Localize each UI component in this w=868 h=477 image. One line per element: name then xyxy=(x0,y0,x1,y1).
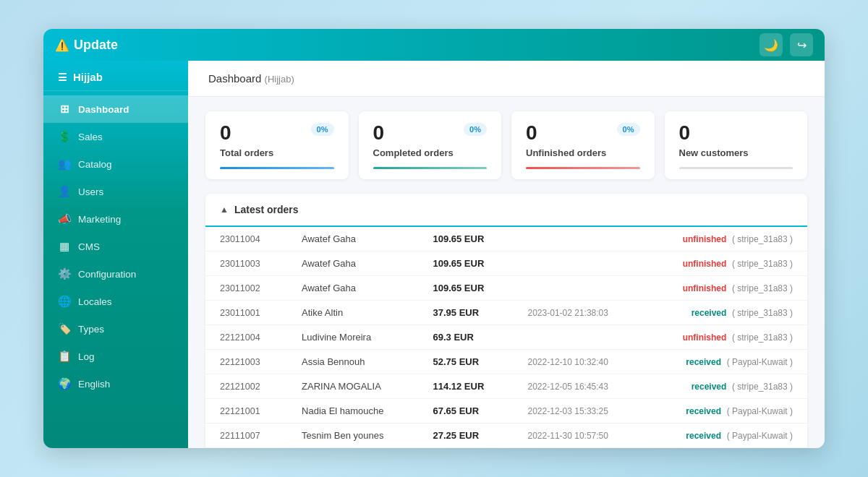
stat-card-unfinished-orders: 0 0% Unfinished orders xyxy=(511,111,655,179)
sidebar: ☰ Hijjab ⊞ Dashboard 💲 Sales 👥 Catalog 👤 xyxy=(43,61,188,448)
order-id: 22121004 xyxy=(205,325,287,350)
order-datetime: 2022-12-05 16:45:43 xyxy=(514,374,643,399)
stat-label-completed-orders: Completed orders xyxy=(373,147,488,158)
stat-card-total-orders: 0 0% Total orders xyxy=(205,111,349,179)
stat-value-unfinished-orders: 0 xyxy=(526,123,537,143)
dark-mode-button[interactable]: 🌙 xyxy=(760,33,783,56)
log-icon: 📋 xyxy=(58,350,71,363)
sidebar-item-marketing[interactable]: 📣 Marketing xyxy=(43,205,188,233)
order-id: 23011002 xyxy=(205,276,287,301)
app-window: ⚠️ Update 🌙 ↪ ☰ Hijjab ⊞ Dashboard 💲 Sa xyxy=(43,29,825,448)
sidebar-item-log[interactable]: 📋 Log xyxy=(43,343,188,370)
table-row[interactable]: 22121004 Ludivine Moreira 69.3 EUR unfin… xyxy=(205,325,807,350)
sidebar-item-users[interactable]: 👤 Users xyxy=(43,178,188,205)
sidebar-item-types[interactable]: 🏷️ Types xyxy=(43,315,188,343)
order-amount: 109.65 EUR xyxy=(418,227,513,252)
customer-name: Assia Bennouh xyxy=(287,350,418,374)
order-status-cell: received ( stripe_31a83 ) xyxy=(643,374,807,399)
status-badge: unfinished xyxy=(683,234,727,244)
order-amount: 52.75 EUR xyxy=(418,350,513,374)
payment-badge: ( stripe_31a83 ) xyxy=(732,283,793,293)
order-status-cell: received ( Paypal-Kuwait ) xyxy=(643,399,807,424)
latest-orders-section: ▲ Latest orders 23011004 Awatef Gaha 109… xyxy=(205,194,807,448)
titlebar: ⚠️ Update 🌙 ↪ xyxy=(43,29,825,61)
order-datetime: 2022-12-03 15:33:25 xyxy=(514,399,643,424)
sidebar-item-cms[interactable]: ▦ CMS xyxy=(43,233,188,260)
sidebar-item-label: Marketing xyxy=(78,214,121,225)
table-row[interactable]: 22111007 Tesnim Ben younes 27.25 EUR 202… xyxy=(205,424,807,448)
customer-name: Tesnim Ben younes xyxy=(287,424,418,448)
titlebar-actions: 🌙 ↪ xyxy=(760,33,813,56)
payment-badge: ( stripe_31a83 ) xyxy=(732,332,793,343)
table-row[interactable]: 23011002 Awatef Gaha 109.65 EUR unfinish… xyxy=(205,276,807,301)
table-row[interactable]: 22121001 Nadia El hamouche 67.65 EUR 202… xyxy=(205,399,807,424)
payment-badge: ( stripe_31a83 ) xyxy=(732,308,793,318)
orders-table: 23011004 Awatef Gaha 109.65 EUR unfinish… xyxy=(205,227,807,448)
payment-badge: ( Paypal-Kuwait ) xyxy=(727,406,793,416)
alert-icon: ⚠️ xyxy=(55,38,69,52)
stat-label-total-orders: Total orders xyxy=(220,147,334,158)
customer-name: Awatef Gaha xyxy=(287,252,418,276)
order-datetime: 2023-01-02 21:38:03 xyxy=(514,301,643,325)
order-status-cell: unfinished ( stripe_31a83 ) xyxy=(643,325,807,350)
sidebar-logo: ☰ Hijjab xyxy=(43,61,188,91)
sidebar-item-sales[interactable]: 💲 Sales xyxy=(43,123,188,150)
types-icon: 🏷️ xyxy=(58,322,71,335)
stat-card-completed-orders: 0 0% Completed orders xyxy=(359,111,502,179)
users-icon: 👤 xyxy=(58,185,71,198)
sidebar-item-label: Dashboard xyxy=(78,104,129,115)
customer-name: Nadia El hamouche xyxy=(287,399,418,424)
customer-name: Sarah Moch xyxy=(287,448,418,449)
order-amount: 56.89 EUR xyxy=(418,448,513,449)
status-badge: received xyxy=(692,382,727,392)
english-icon: 🌍 xyxy=(58,377,71,390)
sidebar-item-label: Sales xyxy=(78,132,103,142)
order-amount: 27.25 EUR xyxy=(418,424,513,448)
logout-button[interactable]: ↪ xyxy=(790,33,813,56)
table-row[interactable]: 23011003 Awatef Gaha 109.65 EUR unfinish… xyxy=(205,252,807,276)
sidebar-item-catalog[interactable]: 👥 Catalog xyxy=(43,150,188,178)
sidebar-item-label: Types xyxy=(78,324,104,335)
sidebar-item-label: Catalog xyxy=(78,159,112,170)
stat-bar-completed-orders xyxy=(373,167,488,169)
order-id: 23011003 xyxy=(205,252,287,276)
status-badge: unfinished xyxy=(683,332,727,343)
stat-card-new-customers: 0 New customers xyxy=(665,111,808,179)
table-row[interactable]: 22121002 ZARINA MOGALIA 114.12 EUR 2022-… xyxy=(205,374,807,399)
status-badge: received xyxy=(686,406,721,416)
sidebar-item-label: CMS xyxy=(78,241,100,252)
order-id: 22121003 xyxy=(205,350,287,374)
order-amount: 109.65 EUR xyxy=(418,252,513,276)
stat-value-new-customers: 0 xyxy=(679,123,691,143)
stat-value-total-orders: 0 xyxy=(220,123,231,143)
sidebar-item-dashboard[interactable]: ⊞ Dashboard xyxy=(43,95,188,123)
order-amount: 114.12 EUR xyxy=(418,374,513,399)
sales-icon: 💲 xyxy=(58,130,71,143)
section-title: Latest orders xyxy=(234,204,299,215)
table-row[interactable]: 23011001 Atike Altin 37.95 EUR 2023-01-0… xyxy=(205,301,807,325)
status-badge: received xyxy=(686,431,721,441)
sidebar-item-configuration[interactable]: ⚙️ Configuration xyxy=(43,260,188,288)
sidebar-item-english[interactable]: 🌍 English xyxy=(43,370,188,398)
catalog-icon: 👥 xyxy=(58,158,71,171)
payment-badge: ( stripe_31a83 ) xyxy=(732,259,793,269)
table-row[interactable]: 22111006 Sarah Moch 56.89 EUR 2022-11-20… xyxy=(205,448,807,449)
table-row[interactable]: 22121003 Assia Bennouh 52.75 EUR 2022-12… xyxy=(205,350,807,374)
stat-badge-total-orders: 0% xyxy=(311,123,334,136)
sidebar-nav: ⊞ Dashboard 💲 Sales 👥 Catalog 👤 Users 📣 xyxy=(43,91,188,448)
stat-badge-completed-orders: 0% xyxy=(464,123,487,136)
main-content: Dashboard (Hijjab) 0 0% Total orders xyxy=(188,61,825,448)
sidebar-item-locales[interactable]: 🌐 Locales xyxy=(43,288,188,315)
customer-name: Atike Altin xyxy=(287,301,418,325)
sidebar-item-label: Users xyxy=(78,186,103,197)
stat-bar-total-orders xyxy=(220,167,334,169)
cms-icon: ▦ xyxy=(58,240,71,253)
chevron-up-icon: ▲ xyxy=(220,205,229,215)
order-status-cell: received ( stripe_31a83 ) xyxy=(643,301,807,325)
sidebar-logo-label: Hijjab xyxy=(73,71,103,83)
page-header: Dashboard (Hijjab) xyxy=(188,61,825,97)
stat-top: 0 0% xyxy=(373,123,488,143)
table-row[interactable]: 23011004 Awatef Gaha 109.65 EUR unfinish… xyxy=(205,227,807,252)
stat-label-new-customers: New customers xyxy=(679,147,793,158)
configuration-icon: ⚙️ xyxy=(58,267,71,280)
